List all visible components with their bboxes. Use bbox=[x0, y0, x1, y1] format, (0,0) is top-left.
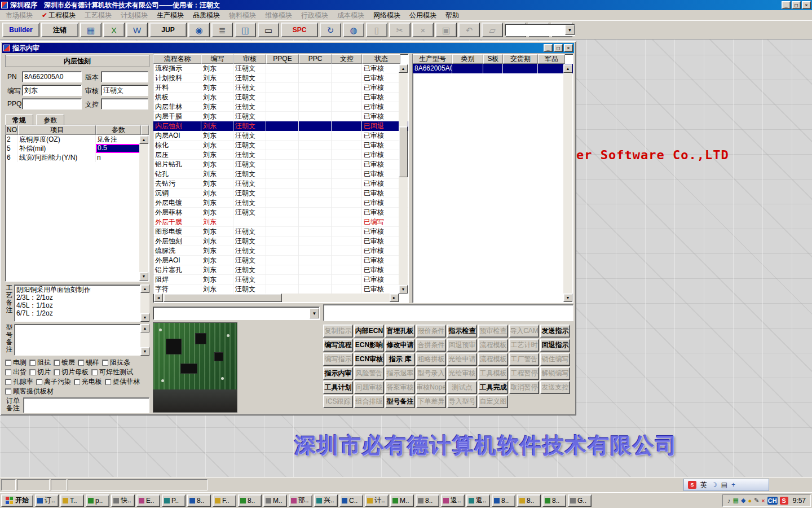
taskbar-item-17[interactable]: 返.. bbox=[466, 494, 490, 507]
process-row[interactable]: 字符刘东汪朝文已审核 bbox=[153, 284, 408, 294]
scroll-down-icon[interactable]: ▼ bbox=[140, 347, 149, 356]
taskbar-item-19[interactable]: 8.. bbox=[517, 494, 541, 507]
logout-button[interactable]: 注销 bbox=[41, 23, 78, 37]
chevron-down-icon[interactable]: ▼ bbox=[310, 308, 319, 318]
action-button-工厂警告[interactable]: 工厂警告 bbox=[509, 353, 539, 366]
action-button-审核Nope[interactable]: 审核Nope bbox=[416, 381, 446, 394]
taskbar-item-6[interactable]: 8.. bbox=[187, 494, 211, 507]
inner-close-button[interactable]: × bbox=[564, 44, 573, 52]
param-row[interactable]: 6线宽/间距能力(Y/N)n bbox=[6, 153, 149, 162]
action-button-型号录入[interactable]: 型号录入 bbox=[416, 367, 446, 380]
taskbar-item-10[interactable]: 部.. bbox=[289, 494, 312, 507]
model-note-scrollbar[interactable]: ▲ ▼ bbox=[140, 324, 149, 356]
checkbox-孔隙率[interactable]: 孔隙率 bbox=[5, 377, 33, 387]
taskbar-item-18[interactable]: 8.. bbox=[492, 494, 515, 507]
action-button-流程模板[interactable]: 流程模板 bbox=[478, 353, 508, 366]
taskbar-item-0[interactable]: 订.. bbox=[35, 494, 59, 507]
action-button-编写流程[interactable]: 编写流程 bbox=[323, 339, 353, 352]
excel-icon-button[interactable]: X bbox=[103, 23, 125, 37]
action-button-导入CAM[interactable]: 导入CAM bbox=[509, 325, 539, 338]
inner-minimize-button[interactable]: _ bbox=[544, 44, 553, 52]
menu-item-1[interactable]: ✔工程模块 bbox=[37, 10, 80, 21]
jup-button[interactable]: JUP bbox=[149, 23, 187, 37]
action-button-修改申请[interactable]: 修改申请 bbox=[385, 339, 415, 352]
action-button-粗略拼板[interactable]: 粗略拼板 bbox=[416, 353, 446, 366]
taskbar-item-5[interactable]: P.. bbox=[162, 494, 186, 507]
action-button-解锁编写[interactable]: 解锁编写 bbox=[540, 367, 570, 380]
process-row[interactable]: 去钻污刘东汪朝文已审核 bbox=[153, 179, 408, 189]
process-row[interactable]: 层压刘东汪朝文已审核 bbox=[153, 150, 408, 160]
doc-control-input[interactable] bbox=[101, 98, 148, 110]
action-button-指示检查[interactable]: 指示检查 bbox=[447, 325, 477, 338]
start-button[interactable]: 开始 bbox=[1, 494, 33, 507]
checkbox-可焊性测试[interactable]: 可焊性测试 bbox=[91, 367, 133, 377]
action-button-锁住编写[interactable]: 锁住编写 bbox=[540, 353, 570, 366]
action-button-自定义图[interactable]: 自定义图 bbox=[478, 395, 508, 408]
action-button-组合排版[interactable]: 组合排版 bbox=[354, 395, 384, 408]
process-row[interactable]: 硫脲洗刘东汪朝文已审核 bbox=[153, 246, 408, 256]
close-button[interactable]: × bbox=[802, 1, 811, 9]
refresh-globe-icon-button[interactable]: ↻ bbox=[320, 23, 341, 37]
action-button-光绘申请[interactable]: 光绘申请 bbox=[447, 353, 477, 366]
action-button-工具完成[interactable]: 工具完成 bbox=[478, 381, 508, 394]
language-bar[interactable]: S英☽▤+ bbox=[683, 479, 769, 491]
checkbox-提供菲林[interactable]: 提供菲林 bbox=[105, 377, 140, 387]
delete-icon-button[interactable]: × bbox=[412, 23, 434, 37]
inner-maximize-button[interactable]: □ bbox=[554, 44, 563, 52]
action-button-编写指示[interactable]: 编写指示 bbox=[323, 353, 353, 366]
ppqe-input[interactable] bbox=[22, 98, 82, 110]
menu-item-12[interactable]: 帮助 bbox=[441, 10, 464, 21]
craft-note-area[interactable]: 阴阳铜采用单面蚀刻制作2/3L：2/1oz4/5L：1/1oz6/7L：1/2o… bbox=[14, 284, 140, 322]
action-button-复制指示[interactable]: 复制指示 bbox=[323, 325, 353, 338]
action-button-ICS跟踪[interactable]: ICS跟踪 bbox=[323, 395, 353, 408]
scroll-up-icon[interactable]: ▲ bbox=[399, 64, 408, 73]
process-row[interactable]: 内层AOI刘东汪朝文已审核 bbox=[153, 131, 408, 141]
scroll-up-icon[interactable]: ▲ bbox=[139, 135, 148, 144]
process-row[interactable]: 图形电镀刘东汪朝文已审核 bbox=[153, 227, 408, 237]
action-button-预审检查[interactable]: 预审检查 bbox=[478, 325, 508, 338]
checkbox-电测[interactable]: 电测 bbox=[5, 358, 27, 367]
action-button-导入型号[interactable]: 导入型号 bbox=[447, 395, 477, 408]
checkbox-镀层[interactable]: 镀层 bbox=[54, 358, 75, 367]
taskbar-item-1[interactable]: T.. bbox=[60, 494, 84, 507]
process-row[interactable]: 开料刘东汪朝文已审核 bbox=[153, 83, 408, 93]
menu-item-10[interactable]: 网络模块 bbox=[369, 10, 405, 21]
checkbox-切片母板[interactable]: 切片母板 bbox=[54, 367, 89, 377]
model-note-area[interactable] bbox=[14, 324, 140, 356]
action-button-型号备注[interactable]: 型号备注 bbox=[385, 395, 415, 408]
minimize-button[interactable]: _ bbox=[782, 1, 791, 9]
chevron-down-icon[interactable]: ▼ bbox=[565, 25, 575, 35]
taskbar-item-21[interactable]: G.. bbox=[568, 494, 592, 507]
taskbar-item-7[interactable]: F.. bbox=[213, 494, 236, 507]
scrollbar-thumb[interactable] bbox=[164, 294, 282, 302]
word-icon-button[interactable]: W bbox=[126, 23, 148, 37]
process-row[interactable]: 内层蚀刻刘东汪朝文已回退 bbox=[153, 121, 408, 131]
writer-input[interactable] bbox=[22, 85, 82, 96]
ime-mode-icon[interactable]: ☽ bbox=[711, 481, 717, 488]
keyboard-icon[interactable]: ▤ bbox=[721, 481, 727, 488]
scroll-down-icon[interactable]: ▼ bbox=[139, 272, 148, 281]
volume-icon[interactable]: ♪ bbox=[727, 497, 731, 504]
product-table-vscrollbar[interactable]: ▲ ▼ bbox=[563, 64, 572, 302]
detail-field[interactable] bbox=[323, 304, 573, 321]
action-button-发送指示[interactable]: 发送指示 bbox=[540, 325, 570, 338]
document-icon-button[interactable]: ▯ bbox=[366, 23, 387, 37]
checkbox-锡样[interactable]: 锡样 bbox=[78, 358, 99, 367]
checkbox-出货[interactable]: 出货 bbox=[5, 367, 27, 377]
action-button-答案审核[interactable]: 答案审核 bbox=[385, 381, 415, 394]
checkbox-阻抗条[interactable]: 阻抗条 bbox=[102, 358, 130, 367]
checkbox-切片[interactable]: 切片 bbox=[29, 367, 51, 377]
param-table-scrollbar[interactable]: ▲ ▼ bbox=[139, 135, 148, 281]
checkbox-顾客提供板材[interactable]: 顾客提供板材 bbox=[5, 387, 54, 396]
lang-indicator[interactable]: 英 bbox=[700, 481, 707, 488]
taskbar-item-14[interactable]: M.. bbox=[390, 494, 414, 507]
menu-item-6[interactable]: 物料模块 bbox=[224, 10, 261, 21]
sogou-icon[interactable]: S bbox=[688, 481, 696, 489]
ime-tools-icon[interactable]: + bbox=[731, 481, 735, 488]
taskbar-item-9[interactable]: M.. bbox=[263, 494, 287, 507]
action-button-风险警告[interactable]: 风险警告 bbox=[354, 367, 384, 380]
action-button-下单差异[interactable]: 下单差异 bbox=[416, 395, 446, 408]
order-note-area[interactable] bbox=[23, 397, 149, 413]
action-button-ECN审核[interactable]: ECN审核 bbox=[354, 353, 384, 366]
menu-item-0[interactable]: 市场模块 bbox=[1, 10, 37, 21]
